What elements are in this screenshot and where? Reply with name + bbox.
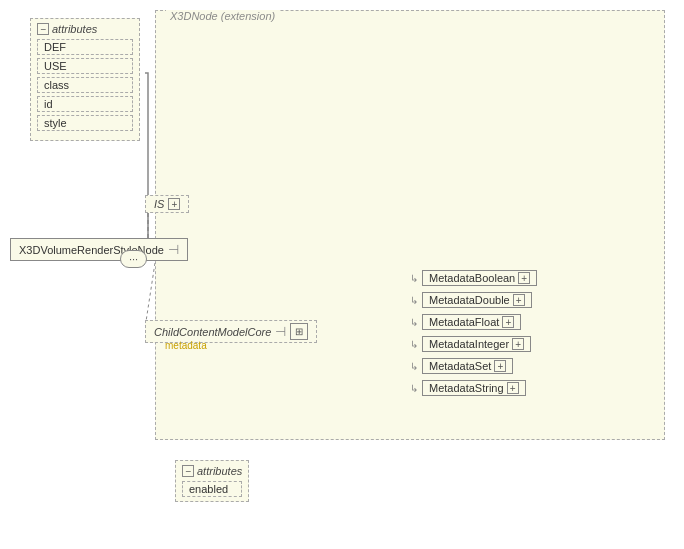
attributes-label-top: − attributes [37,23,133,35]
x3dnode-label: X3DNode (extension) [166,10,279,22]
metadata-box-set: MetadataSet + [422,358,513,374]
metadata-plus-integer: + [512,338,524,350]
metadata-label-boolean: MetadataBoolean [429,272,515,284]
metadata-box-string: MetadataString + [422,380,526,396]
metadata-plus-float: + [502,316,514,328]
attr-item-def: DEF [37,39,133,55]
main-node-box: X3DVolumeRenderStyleNode ⊣ [10,238,188,261]
diagram-container: X3DNode (extension) − attributes DEF USE… [0,0,684,549]
attr-item-style: style [37,115,133,131]
metadata-item-boolean: ↳ MetadataBoolean + [410,270,537,286]
attr-item-enabled: enabled [182,481,242,497]
child-content-sublabel: metadata [165,340,207,351]
sequence-box: ⊞ [290,323,308,340]
attributes-enabled-box: − attributes enabled [175,460,249,502]
ellipsis-text: ··· [129,253,138,265]
metadata-item-integer: ↳ MetadataInteger + [410,336,537,352]
metadata-label-float: MetadataFloat [429,316,499,328]
metadata-label-integer: MetadataInteger [429,338,509,350]
metadata-item-set: ↳ MetadataSet + [410,358,537,374]
metadata-box-float: MetadataFloat + [422,314,521,330]
attributes-label-bottom: − attributes [182,465,242,477]
metadata-box-boolean: MetadataBoolean + [422,270,537,286]
metadata-item-string: ↳ MetadataString + [410,380,537,396]
attr-item-use: USE [37,58,133,74]
svg-line-1 [145,263,155,328]
metadata-item-float: ↳ MetadataFloat + [410,314,537,330]
metadata-label-set: MetadataSet [429,360,491,372]
is-label: IS [154,198,164,210]
metadata-plus-string: + [507,382,519,394]
attr-item-id: id [37,96,133,112]
metadata-group: ↳ MetadataBoolean + ↳ MetadataDouble + ↳… [410,270,537,396]
metadata-label-double: MetadataDouble [429,294,510,306]
attr-item-class: class [37,77,133,93]
metadata-item-double: ↳ MetadataDouble + [410,292,537,308]
ellipsis-box: ··· [120,250,147,268]
minus-icon-bottom: − [182,465,194,477]
metadata-label-string: MetadataString [429,382,504,394]
is-node-box: IS + [145,195,189,213]
metadata-box-integer: MetadataInteger + [422,336,531,352]
attributes-group-top: − attributes DEF USE class id style [30,18,140,141]
main-node-connector: ⊣ [168,242,179,257]
metadata-plus-set: + [494,360,506,372]
metadata-box-double: MetadataDouble + [422,292,532,308]
minus-icon-top: − [37,23,49,35]
metadata-plus-double: + [513,294,525,306]
is-plus-box: + [168,198,180,210]
child-content-label: ChildContentModelCore [154,326,271,338]
metadata-plus-boolean: + [518,272,530,284]
